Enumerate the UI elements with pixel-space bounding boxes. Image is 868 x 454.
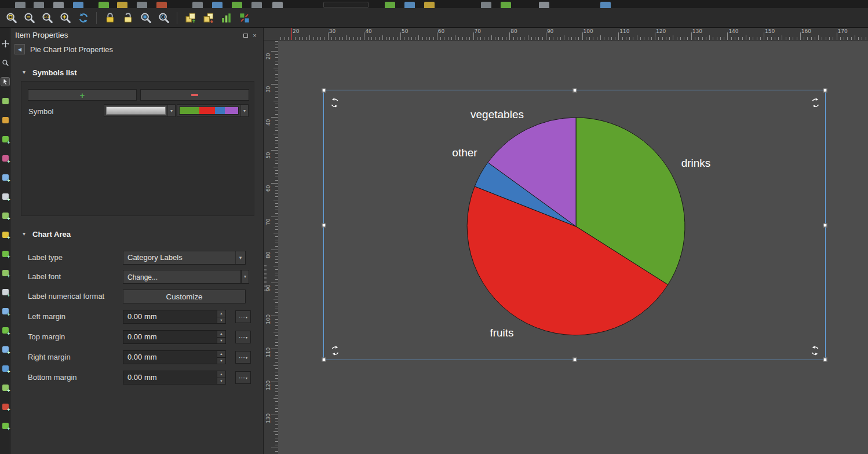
resize-handle-s[interactable]: [572, 358, 577, 362]
toolbar1-icon-18[interactable]: [501, 2, 511, 8]
pie-chart-item[interactable]: drinks fruits other vegetables: [323, 90, 826, 360]
add-chart-tool[interactable]: [1, 422, 9, 430]
resize-handle-n[interactable]: [572, 89, 577, 93]
right-margin-spinbox[interactable]: 0.00 mm▴▾: [123, 350, 226, 364]
toolbar1-icon-1[interactable]: [15, 2, 25, 8]
toolbar1-icon-11[interactable]: [232, 2, 242, 8]
zoom-out-icon[interactable]: [21, 10, 38, 26]
close-panel-icon[interactable]: ×: [251, 32, 258, 39]
raise-selected-items-icon[interactable]: [182, 10, 199, 26]
add-arrow-tool[interactable]: [1, 307, 9, 315]
toolbar1-icon-7[interactable]: [137, 2, 147, 8]
top-margin-increment-button[interactable]: ▴: [217, 331, 225, 337]
top-margin-decrement-button[interactable]: ▾: [217, 337, 225, 344]
toolbar1-icon-20[interactable]: [600, 2, 611, 8]
move-item-content-tool[interactable]: [1, 97, 9, 105]
toolbar1-icon-16[interactable]: [424, 2, 435, 8]
bottom-margin-spinbox[interactable]: 0.00 mm▴▾: [123, 371, 226, 385]
top-margin-data-defined-button[interactable]: ⋯▾: [235, 331, 251, 343]
add-node-item-tool[interactable]: [1, 326, 9, 334]
add-3d-map-tool[interactable]: [1, 154, 9, 162]
right-margin-increment-button[interactable]: ▴: [217, 351, 225, 357]
add-elevation-profile-tool[interactable]: [1, 402, 9, 411]
add-shape-tool[interactable]: [1, 269, 9, 277]
remove-symbol-button[interactable]: [140, 89, 249, 101]
add-label-tool[interactable]: [1, 173, 9, 181]
add-marker-tool[interactable]: [1, 288, 9, 296]
toolbar1-icon-10[interactable]: [212, 2, 223, 8]
left-margin-spinbox[interactable]: 0.00 mm▴▾: [123, 310, 226, 324]
zoom-to-selected-icon[interactable]: [137, 10, 154, 26]
zoom-in-icon[interactable]: [57, 10, 74, 26]
add-map-tool[interactable]: [1, 135, 9, 143]
add-attribute-table-tool[interactable]: [1, 364, 9, 372]
resize-handle-se[interactable]: [823, 358, 827, 362]
left-margin-increment-button[interactable]: ▴: [217, 310, 225, 317]
rotate-handle-topleft[interactable]: [330, 98, 340, 108]
zoom-full-icon[interactable]: [3, 10, 20, 26]
toolbar1-icon-5[interactable]: [99, 2, 109, 8]
align-selected-items-icon[interactable]: [218, 10, 235, 26]
refresh-view-icon[interactable]: [75, 10, 92, 26]
zoom-actual-icon[interactable]: 1:1: [39, 10, 56, 26]
collapse-icon[interactable]: ▾: [23, 69, 25, 75]
add-north-arrow-tool[interactable]: [1, 230, 9, 239]
label-font-button[interactable]: Change...: [123, 270, 241, 284]
resize-handle-ne[interactable]: [823, 89, 827, 93]
toolbar1-icon-3[interactable]: [53, 2, 64, 8]
right-margin-decrement-button[interactable]: ▾: [217, 357, 225, 364]
toolbar1-icon-14[interactable]: [385, 2, 395, 8]
label-type-select[interactable]: Category Labels ▾: [123, 251, 246, 265]
toolbar1-icon-4[interactable]: [73, 2, 83, 8]
distribute-selected-items-icon[interactable]: [236, 10, 253, 26]
left-margin-data-defined-button[interactable]: ⋯▾: [235, 310, 251, 323]
back-button[interactable]: ◀: [14, 44, 25, 54]
chart-area-group-header[interactable]: ▾ Chart Area: [10, 230, 264, 239]
toolbar1-icon-6[interactable]: [117, 2, 127, 8]
toolbar1-icon-17[interactable]: [481, 2, 491, 8]
bottom-margin-increment-button[interactable]: ▴: [217, 371, 225, 378]
add-html-tool[interactable]: [1, 345, 9, 353]
symbol-colors-dropdown[interactable]: ▾: [177, 104, 249, 117]
toolbar1-combo[interactable]: [323, 2, 369, 8]
resize-handle-nw[interactable]: [322, 89, 326, 93]
toolbar1-icon-2[interactable]: [34, 2, 44, 8]
rotate-handle-bottomleft[interactable]: [330, 346, 340, 356]
float-panel-icon[interactable]: [242, 32, 249, 39]
lock-selected-items-icon[interactable]: [101, 10, 118, 26]
toolbar1-icon-8[interactable]: [156, 2, 167, 8]
edit-nodes-tool[interactable]: [1, 116, 9, 124]
toolbar1-icon-13[interactable]: [272, 2, 283, 8]
resize-handle-sw[interactable]: [322, 358, 326, 362]
toolbar1-icon-12[interactable]: [251, 2, 262, 8]
left-margin-decrement-button[interactable]: ▾: [217, 317, 225, 324]
add-picture-tool[interactable]: [1, 250, 9, 258]
add-legend-tool[interactable]: [1, 192, 9, 200]
toolbar1-icon-15[interactable]: [404, 2, 415, 8]
top-margin-spinbox[interactable]: 0.00 mm▴▾: [123, 330, 226, 344]
toolbar1-icon-9[interactable]: [192, 2, 203, 8]
add-scalebar-tool[interactable]: [1, 211, 9, 219]
bottom-margin-decrement-button[interactable]: ▾: [217, 378, 225, 385]
select-move-item-tool[interactable]: [1, 78, 9, 86]
lower-selected-items-icon[interactable]: [200, 10, 217, 26]
pan-tool[interactable]: [1, 39, 9, 47]
label-font-dropdown-icon[interactable]: ▾: [241, 270, 249, 284]
resize-handle-w[interactable]: [322, 223, 326, 227]
right-margin-data-defined-button[interactable]: ⋯▾: [235, 351, 251, 364]
collapse-icon[interactable]: ▾: [23, 230, 25, 237]
symbols-list-group-header[interactable]: ▾ Symbols list: [10, 68, 264, 78]
add-fixed-table-tool[interactable]: [1, 383, 9, 391]
rotate-handle-topright[interactable]: [811, 98, 820, 108]
toolbar1-icon-19[interactable]: [539, 2, 549, 8]
bottom-margin-data-defined-button[interactable]: ⋯▾: [235, 371, 251, 384]
rotate-handle-bottomright[interactable]: [810, 346, 820, 356]
unlock-all-items-icon[interactable]: [119, 10, 136, 26]
layout-canvas[interactable]: drinks fruits other vegetables: [278, 41, 868, 454]
zoom-tool[interactable]: [1, 58, 9, 67]
symbol-style-dropdown[interactable]: ▾: [104, 104, 176, 117]
zoom-to-region-icon[interactable]: [155, 10, 172, 26]
add-symbol-button[interactable]: +: [28, 89, 137, 101]
panel-splitter-handle[interactable]: [264, 265, 267, 293]
customize-numeric-format-button[interactable]: Customize: [123, 290, 246, 303]
